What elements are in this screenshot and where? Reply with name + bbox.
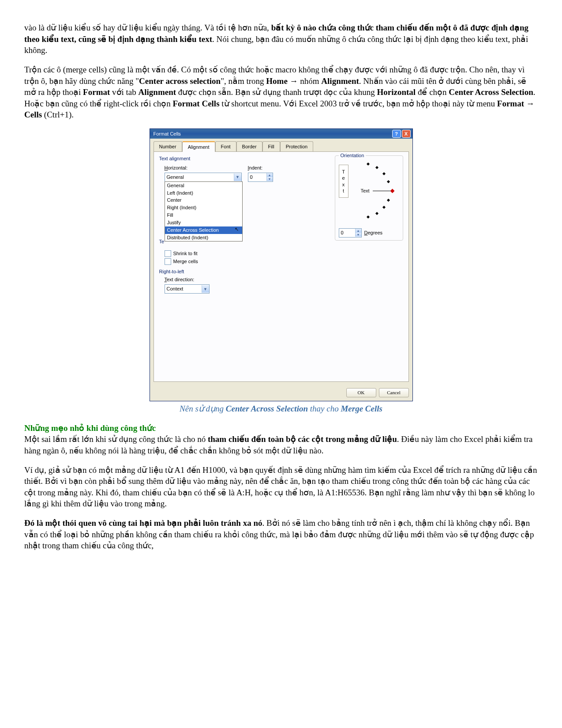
shrink-checkbox[interactable]: Shrink to fit	[165, 250, 294, 257]
figure-caption: Nên sử dụng Center Across Selection thay…	[24, 403, 538, 415]
opt-justify[interactable]: Justify	[165, 219, 242, 226]
tab-font[interactable]: Font	[215, 141, 236, 152]
vertical-text-button[interactable]: T e x t	[339, 165, 348, 198]
horizontal-dropdown: General Left (Indent) Center Right (Inde…	[165, 181, 243, 242]
dialog-title: Format Cells	[154, 131, 181, 137]
paragraph-2: Trộn các ô (merge cells) cũng là một vấn…	[24, 64, 538, 121]
indent-spinner[interactable]: 0 ▲▼	[248, 173, 273, 182]
degrees-label: Degrees	[364, 230, 383, 236]
opt-right[interactable]: Right (Indent)	[165, 204, 242, 211]
tab-panel: Text alignment Horizontal: General ▼ Gen…	[154, 151, 409, 382]
indent-label: Indent:	[248, 165, 273, 171]
spin-down-icon[interactable]: ▼	[355, 233, 361, 237]
degrees-spinner[interactable]: 0 ▲▼	[339, 228, 362, 238]
help-button[interactable]: ?	[392, 130, 401, 138]
paragraph-3: Một sai lầm rất lớn khi sử dụng công thứ…	[24, 434, 538, 456]
tab-alignment[interactable]: Alignment	[182, 141, 215, 152]
opt-left[interactable]: Left (Indent)	[165, 189, 242, 197]
tab-fill[interactable]: Fill	[262, 141, 280, 152]
cancel-button[interactable]: Cancel	[379, 388, 409, 397]
paragraph-5: Đó là một thói quen vô cùng tai hại mà b…	[24, 517, 538, 551]
text-direction-label: Text direction:	[165, 276, 294, 283]
titlebar: Format Cells ? X	[150, 129, 412, 139]
section-title: Những mẹo nhỏ khi dùng công thức	[24, 423, 156, 433]
opt-distributed[interactable]: Distributed (Indent)	[165, 234, 242, 241]
orientation-label: Orientation	[339, 152, 366, 159]
spin-up-icon[interactable]: ▲	[266, 173, 273, 177]
tab-number[interactable]: Number	[154, 141, 182, 152]
chevron-down-icon[interactable]: ▼	[234, 174, 241, 181]
opt-fill[interactable]: Fill	[165, 211, 242, 219]
opt-center-across[interactable]: Center Across Selection	[165, 226, 242, 234]
rtl-label: Right-to-left	[159, 268, 294, 275]
horizontal-label: Horizontal:	[165, 165, 294, 171]
opt-general[interactable]: General	[165, 182, 242, 189]
chevron-down-icon[interactable]: ▼	[202, 285, 209, 293]
orientation-group: Orientation T e x t Text	[335, 155, 403, 241]
paragraph-4: Ví dụ, giả sử bạn có một mảng dữ liệu từ…	[24, 464, 538, 510]
opt-center[interactable]: Center	[165, 196, 242, 204]
tab-protection[interactable]: Protection	[280, 141, 314, 152]
text-direction-combo[interactable]: Context ▼	[165, 284, 210, 294]
tab-border[interactable]: Border	[236, 141, 262, 152]
orientation-arc[interactable]: Text	[348, 162, 399, 219]
paragraph-1: vào là dữ liệu kiểu số hay dữ liệu kiểu …	[24, 22, 538, 56]
text-alignment-label: Text alignment	[159, 155, 294, 162]
spin-up-icon[interactable]: ▲	[355, 229, 361, 233]
spin-down-icon[interactable]: ▼	[266, 177, 273, 181]
format-cells-dialog: Format Cells ? X Number Alignment Font B…	[150, 128, 413, 401]
horizontal-combo[interactable]: General ▼	[165, 173, 242, 182]
tabstrip: Number Alignment Font Border Fill Protec…	[150, 139, 412, 151]
ok-button[interactable]: OK	[346, 388, 376, 397]
close-button[interactable]: X	[402, 130, 411, 138]
merge-checkbox[interactable]: Merge cells	[165, 258, 294, 265]
